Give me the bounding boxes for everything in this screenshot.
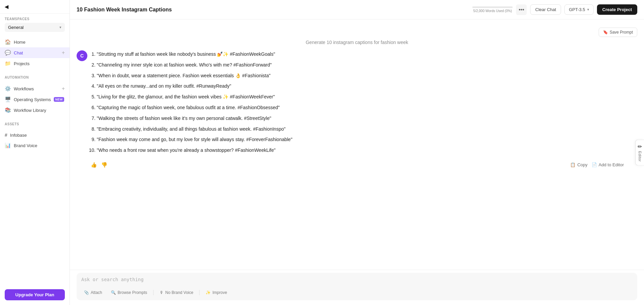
sidebar: ◀ Teamspaces General ▾ 🏠 Home 💬 Chat + 📁… [0, 0, 70, 305]
thumbs-up-icon: 👍 [91, 162, 97, 168]
editor-tab[interactable]: ✏ Editor [635, 140, 644, 166]
home-icon: 🏠 [5, 39, 11, 45]
projects-icon: 📁 [5, 60, 11, 67]
improve-icon: ✨ [206, 290, 211, 295]
sidebar-item-label-chat: Chat [14, 50, 23, 55]
editor-pencil-icon: ✏ [638, 143, 642, 150]
workflows-add-button[interactable]: + [62, 86, 65, 92]
list-item: "Channeling my inner style icon at fashi… [97, 61, 624, 69]
create-project-button[interactable]: Create Project [597, 4, 637, 15]
gpt-model-label: GPT-3.5 [569, 7, 585, 12]
add-editor-icon: 📄 [592, 162, 597, 167]
sidebar-item-projects[interactable]: 📁 Projects [0, 58, 70, 69]
list-item: "When in doubt, wear a statement piece. … [97, 72, 624, 80]
sidebar-item-brand-voice[interactable]: 📊 Brand Voice [0, 140, 70, 151]
sidebar-item-label-workflow-library: Workflow Library [14, 108, 46, 113]
main-content: 10 Fashion Week Instagram Captions 5/2,0… [70, 0, 644, 305]
ai-response: C "Strutting my stuff at fashion week li… [70, 50, 644, 157]
improve-label: Improve [212, 290, 227, 295]
thumbs-down-icon: 👎 [101, 162, 108, 168]
sidebar-item-home[interactable]: 🏠 Home [0, 37, 70, 47]
teamspace-selected: General [8, 25, 24, 30]
list-item: "Capturing the magic of fashion week, on… [97, 104, 624, 112]
ai-response-content: "Strutting my stuff at fashion week like… [90, 50, 624, 155]
topbar: 10 Fashion Week Instagram Captions 5/2,0… [70, 0, 644, 19]
response-actions: 👍 👎 📋 Copy 📄 Add to Editor [70, 157, 644, 169]
list-item: "Strutting my stuff at fashion week like… [97, 50, 624, 58]
sidebar-item-operating-systems[interactable]: 🖥️ Operating Systems NEW [0, 94, 70, 105]
list-item: "Fashion week may come and go, but my lo… [97, 136, 624, 144]
sidebar-collapse-btn[interactable]: ◀ [0, 0, 70, 14]
automation-section-label: Automation [0, 72, 70, 81]
more-options-icon: ••• [519, 7, 524, 13]
sidebar-header-icon: ◀ [5, 4, 8, 9]
sidebar-item-chat[interactable]: 💬 Chat + [0, 47, 70, 58]
workflow-library-icon: 📚 [5, 107, 11, 113]
sidebar-item-label-operating-systems: Operating Systems [14, 97, 51, 102]
workflows-icon: ⚙️ [5, 86, 11, 92]
attach-icon: 📎 [84, 290, 89, 295]
toolbar-divider [153, 290, 154, 295]
list-item: "Embracing creativity, individuality, an… [97, 125, 624, 133]
prompt-bar: 📎 Attach 🔍 Browse Prompts 🎙 No Brand Voi… [70, 270, 644, 305]
response-action-right: 📋 Copy 📄 Add to Editor [570, 162, 624, 167]
thumbs-up-button[interactable]: 👍 [90, 161, 98, 169]
infobase-icon: # [5, 132, 7, 138]
add-to-editor-button[interactable]: 📄 Add to Editor [592, 162, 624, 167]
save-prompt-bar: 🔖 Save Prompt [70, 26, 644, 40]
sidebar-item-label-home: Home [14, 40, 26, 45]
copy-label: Copy [577, 162, 587, 167]
upgrade-plan-button[interactable]: Upgrade Your Plan [5, 289, 65, 300]
assets-nav: # Infobase 📊 Brand Voice [0, 127, 70, 154]
input-wrapper: 📎 Attach 🔍 Browse Prompts 🎙 No Brand Voi… [77, 273, 637, 300]
save-prompt-label: Save Prompt [610, 30, 633, 35]
teamspace-selector[interactable]: General ▾ [5, 23, 65, 32]
chat-add-button[interactable]: + [62, 50, 65, 56]
avatar: C [77, 50, 87, 61]
teamspace-chevron: ▾ [59, 25, 61, 30]
copy-icon: 📋 [570, 162, 575, 167]
sidebar-item-workflows[interactable]: ⚙️ Workflows + [0, 83, 70, 94]
no-brand-voice-button[interactable]: 🎙 No Brand Voice [157, 289, 196, 296]
browse-icon: 🔍 [111, 290, 116, 295]
topbar-actions: 5/2,000 Words Used (0%) ••• Clear Chat G… [472, 4, 637, 15]
response-feedback: 👍 👎 [90, 161, 108, 169]
editor-tab-label: Editor [638, 151, 642, 162]
sidebar-item-workflow-library[interactable]: 📚 Workflow Library [0, 105, 70, 116]
voice-icon: 🎙 [160, 290, 164, 295]
sidebar-item-label-workflows: Workflows [14, 86, 34, 91]
list-item: "Walking the streets of fashion week lik… [97, 115, 624, 123]
words-label: 5/2,000 Words Used (0%) [473, 9, 512, 13]
attach-label: Attach [91, 290, 102, 295]
operating-systems-icon: 🖥️ [5, 96, 11, 102]
operating-systems-badge: NEW [54, 97, 65, 102]
list-item: "All eyes on the runway...and on my kill… [97, 82, 624, 90]
list-item: "Who needs a front row seat when you're … [97, 146, 624, 155]
copy-button[interactable]: 📋 Copy [570, 162, 587, 167]
toolbar-divider-2 [199, 290, 200, 295]
save-prompt-icon: 🔖 [603, 30, 608, 35]
teamspace-section: Teamspaces General ▾ [0, 14, 70, 34]
teamspace-label: Teamspaces [5, 17, 65, 21]
no-brand-voice-label: No Brand Voice [165, 290, 193, 295]
sidebar-item-label-infobase: Infobase [10, 133, 27, 138]
clear-chat-button[interactable]: Clear Chat [530, 4, 561, 15]
sidebar-item-infobase[interactable]: # Infobase [0, 130, 70, 140]
attach-button[interactable]: 📎 Attach [81, 289, 105, 296]
brand-voice-icon: 📊 [5, 142, 11, 148]
more-options-button[interactable]: ••• [516, 4, 527, 15]
automation-nav: ⚙️ Workflows + 🖥️ Operating Systems NEW … [0, 81, 70, 118]
save-prompt-button[interactable]: 🔖 Save Prompt [599, 28, 637, 37]
captions-list: "Strutting my stuff at fashion week like… [90, 50, 624, 155]
words-bar-track [472, 6, 513, 8]
sidebar-nav: 🏠 Home 💬 Chat + 📁 Projects [0, 34, 70, 72]
improve-button[interactable]: ✨ Improve [203, 289, 229, 296]
browse-prompts-button[interactable]: 🔍 Browse Prompts [108, 289, 150, 296]
sidebar-item-label-projects: Projects [14, 61, 30, 66]
thumbs-down-button[interactable]: 👎 [100, 161, 108, 169]
sidebar-item-label-brand-voice: Brand Voice [14, 143, 37, 148]
gpt-model-selector[interactable]: GPT-3.5 ▾ [564, 4, 593, 15]
chat-icon: 💬 [5, 50, 11, 56]
chat-input[interactable] [81, 277, 633, 285]
page-title: 10 Fashion Week Instagram Captions [77, 7, 468, 13]
